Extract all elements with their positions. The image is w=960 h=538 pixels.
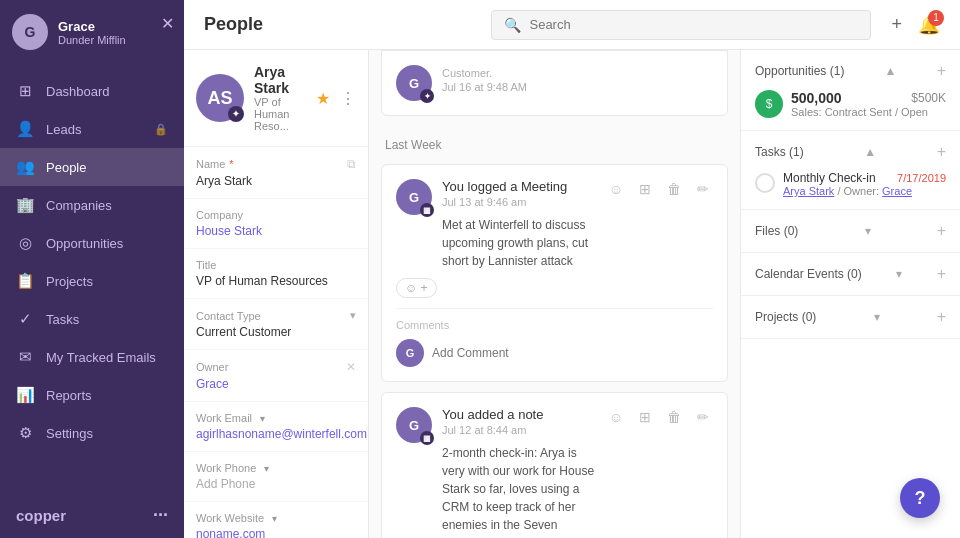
sidebar-item-companies[interactable]: 🏢 Companies [0,186,184,224]
sidebar-item-tracked-emails[interactable]: ✉ My Tracked Emails [0,338,184,376]
collapse-icon[interactable]: ▾ [865,224,871,238]
section-header: Files (0) ▾ + [755,222,946,240]
sidebar-item-leads[interactable]: 👤 Leads 🔒 [0,110,184,148]
people-icon: 👥 [16,158,34,176]
projects-section: Projects (0) ▾ + [741,296,960,339]
files-label[interactable]: Files (0) [755,224,798,238]
sidebar-item-label: My Tracked Emails [46,350,168,365]
activity-avatar: G ✦ [396,65,432,101]
person-info: Arya Stark VP of Human Reso... [254,64,306,132]
emoji-icon[interactable]: ☺ [605,179,627,199]
person-header: AS ✦ Arya Stark VP of Human Reso... ★ ⋮ [184,50,368,147]
opportunities-label[interactable]: Opportunities (1) [755,64,844,78]
person-job-title: VP of Human Reso... [254,96,306,132]
person-menu-icon[interactable]: ⋮ [340,89,356,108]
sidebar-item-label: Leads [46,122,142,137]
activity-top: G ▦ You added a note Jul 12 at 8:44 am 2… [396,407,713,538]
collapse-icon[interactable]: ▲ [885,64,897,78]
field-work-phone-value[interactable]: Add Phone [196,477,356,491]
activity-partial-date: Jul 16 at 9:48 AM [442,81,713,93]
activity-type-badge: ✦ [420,89,434,103]
add-opportunity-icon[interactable]: + [937,62,946,80]
activity-body: You added a note Jul 12 at 8:44 am 2-mon… [442,407,595,538]
activity-body: Customer. Jul 16 at 9:48 AM [442,65,713,93]
top-header: People 🔍 + 🔔 1 [184,0,960,50]
add-task-icon[interactable]: + [937,143,946,161]
field-title: Title VP of Human Resources [184,249,368,299]
section-header: Projects (0) ▾ + [755,308,946,326]
content-area: AS ✦ Arya Stark VP of Human Reso... ★ ⋮ … [184,50,960,538]
section-header: Opportunities (1) ▲ + [755,62,946,80]
edit-icon[interactable]: ✏ [693,179,713,199]
field-company-label: Company [196,209,356,221]
search-icon: 🔍 [504,17,521,33]
field-work-email-value[interactable]: agirlhasnoname@winterfell.com [196,427,356,441]
sidebar-item-opportunities[interactable]: ◎ Opportunities [0,224,184,262]
field-name-label: Name * ⧉ [196,157,356,171]
delete-icon[interactable]: 🗑 [663,179,685,199]
field-work-website-value[interactable]: noname.com [196,527,356,538]
clear-icon[interactable]: ✕ [346,360,356,374]
settings-icon: ⚙ [16,424,34,442]
sidebar-item-settings[interactable]: ⚙ Settings [0,414,184,452]
field-owner-value[interactable]: Grace [196,377,356,391]
notification-button[interactable]: 🔔 1 [918,14,940,36]
sidebar-item-people[interactable]: 👥 People [0,148,184,186]
activity-title: You added a note [442,407,595,422]
add-project-icon[interactable]: + [937,308,946,326]
field-title-value[interactable]: VP of Human Resources [196,274,356,288]
calendar-events-label[interactable]: Calendar Events (0) [755,267,862,281]
field-contact-type-value[interactable]: Current Customer [196,325,356,339]
sidebar-item-dashboard[interactable]: ⊞ Dashboard [0,72,184,110]
image-icon[interactable]: ⊞ [635,407,655,427]
comment-input[interactable] [432,346,713,360]
field-work-phone: Work Phone ▾ Add Phone [184,452,368,502]
image-icon[interactable]: ⊞ [635,179,655,199]
activity-item: G ✦ Customer. Jul 16 at 9:48 AM [381,50,728,116]
activity-feed: G ✦ Customer. Jul 16 at 9:48 AM Last Wee… [369,50,740,538]
add-button[interactable]: + [887,10,906,39]
search-input[interactable] [529,17,858,32]
help-button[interactable]: ? [900,478,940,518]
add-calendar-event-icon[interactable]: + [937,265,946,283]
person-name: Arya Stark [254,64,306,96]
task-checkbox[interactable] [755,173,775,193]
task-grace-link[interactable]: Grace [882,185,912,197]
add-reaction-button[interactable]: ☺ + [396,278,437,298]
copy-icon[interactable]: ⧉ [347,157,356,171]
tasks-label[interactable]: Tasks (1) [755,145,804,159]
opportunity-amount-display: $500K [911,91,946,105]
field-contact-type-label: Contact Type ▾ [196,309,356,322]
task-details: Monthly Check-in 7/17/2019 Arya Stark / … [783,171,946,197]
collapse-icon[interactable]: ▾ [896,267,902,281]
field-work-phone-label: Work Phone ▾ [196,462,356,474]
sidebar-item-tasks[interactable]: ✓ Tasks [0,300,184,338]
favorite-star-icon[interactable]: ★ [316,89,330,108]
username: Grace [58,19,172,34]
delete-icon[interactable]: 🗑 [663,407,685,427]
close-icon[interactable]: ✕ [161,14,174,33]
collapse-icon[interactable]: ▲ [864,145,876,159]
activity-top: G ▦ You logged a Meeting Jul 13 at 9:46 … [396,179,713,270]
sidebar-item-projects[interactable]: 📋 Projects [0,262,184,300]
task-owner-link[interactable]: Arya Stark [783,185,834,197]
activity-partial-label: Customer. [442,67,713,79]
collapse-icon[interactable]: ▾ [874,310,880,324]
sidebar-item-reports[interactable]: 📊 Reports [0,376,184,414]
activity-note-card: G ▦ You added a note Jul 12 at 8:44 am 2… [381,392,728,538]
activity-text: 2-month check-in: Arya is very with our … [442,444,595,538]
activity-date: Jul 13 at 9:46 am [442,196,595,208]
field-name-value[interactable]: Arya Stark [196,174,356,188]
companies-icon: 🏢 [16,196,34,214]
activity-reactions: ☺ + [396,278,713,298]
emoji-icon[interactable]: ☺ [605,407,627,427]
more-menu-icon[interactable]: ··· [153,505,168,526]
edit-icon[interactable]: ✏ [693,407,713,427]
tasks-icon: ✓ [16,310,34,328]
add-file-icon[interactable]: + [937,222,946,240]
field-company-value[interactable]: House Stark [196,224,356,238]
right-panel: Opportunities (1) ▲ + $ 500,000 $500K Sa… [740,50,960,538]
activity-avatar: G ▦ [396,179,432,215]
projects-label[interactable]: Projects (0) [755,310,816,324]
activity-actions: ☺ ⊞ 🗑 ✏ [605,179,713,199]
